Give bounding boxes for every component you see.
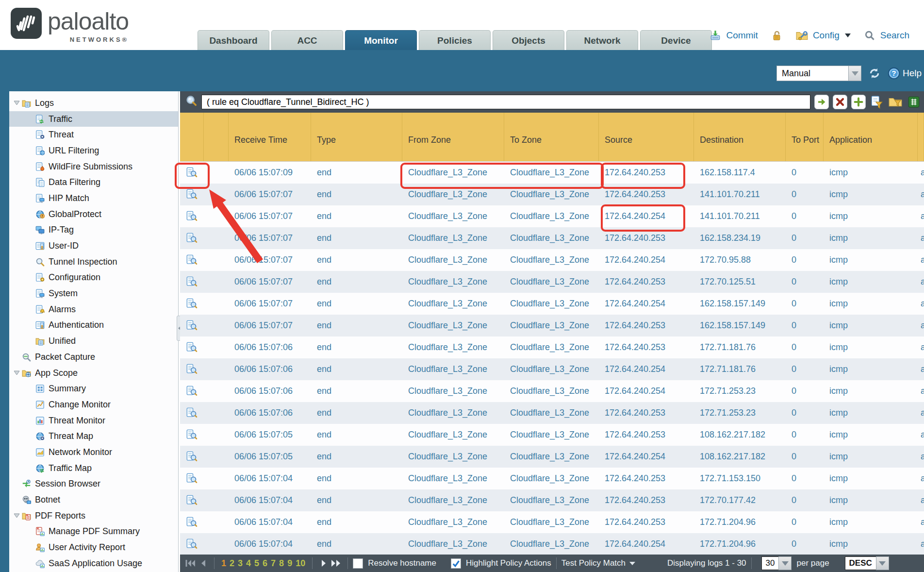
prev-page-icon[interactable] [197,557,209,570]
cell-application[interactable]: icmp [824,342,918,353]
per-page-arrow[interactable] [778,556,792,570]
cell-source[interactable]: 172.64.240.253 [599,495,694,505]
log-detail-icon[interactable] [186,538,198,551]
log-detail-icon[interactable] [186,429,198,441]
test-policy-match-button[interactable]: Test Policy Match [561,558,626,568]
clear-filter-icon[interactable] [833,95,847,109]
sidebar-item-app-scope[interactable]: App Scope [9,365,178,381]
cell-to-zone[interactable]: Cloudflare_L3_Zone [504,255,599,265]
cell-source[interactable]: 172.64.240.254 [599,211,694,221]
sidebar-item-alarms[interactable]: Alarms [9,302,178,318]
sidebar-item-packet-capture[interactable]: Packet Capture [9,349,178,365]
cell-from-zone[interactable]: Cloudflare_L3_Zone [402,473,504,484]
cell-from-zone[interactable]: Cloudflare_L3_Zone [402,495,504,505]
cell-from-zone[interactable]: Cloudflare_L3_Zone [402,342,504,353]
cell-to-zone[interactable]: Cloudflare_L3_Zone [504,189,599,200]
cell-source[interactable]: 172.64.240.253 [599,320,694,331]
cell-to-zone[interactable]: Cloudflare_L3_Zone [504,495,599,505]
config-button[interactable]: Config [813,30,840,41]
cell-from-zone[interactable]: Cloudflare_L3_Zone [402,539,504,549]
log-filter-input[interactable] [201,95,810,109]
sidebar-item-traffic[interactable]: Traffic [9,111,178,127]
cell-source[interactable]: 172.64.240.253 [599,430,694,440]
column-header-to-zone[interactable]: To Zone [504,113,599,161]
cell-to-zone[interactable]: Cloudflare_L3_Zone [504,342,599,353]
cell-to-zone[interactable]: Cloudflare_L3_Zone [504,211,599,221]
log-detail-icon[interactable] [186,472,198,485]
sidebar-item-unified[interactable]: Unified [9,333,178,349]
column-header-type[interactable]: Type [311,113,402,161]
page-number-10[interactable]: 10 [296,558,305,569]
cell-destination[interactable]: 162.158.157.149 [694,299,786,309]
sidebar-item-globalprotect[interactable]: GlobalProtect [9,206,178,222]
cell-to-zone[interactable]: Cloudflare_L3_Zone [504,364,599,374]
cell-from-zone[interactable]: Cloudflare_L3_Zone [402,430,504,440]
cell-from-zone[interactable]: Cloudflare_L3_Zone [402,386,504,396]
cell-source[interactable]: 172.64.240.253 [599,342,694,353]
page-number-2[interactable]: 2 [230,558,234,569]
sidebar-item-change-monitor[interactable]: Change Monitor [9,397,178,413]
last-page-icon[interactable] [330,557,343,570]
cell-to-zone[interactable]: Cloudflare_L3_Zone [504,168,599,178]
sidebar-item-wildfire-submissions[interactable]: WildFire Submissions [9,159,178,175]
cell-source[interactable]: 172.64.240.253 [599,517,694,527]
cell-source[interactable]: 172.64.240.254 [599,539,694,549]
cell-from-zone[interactable]: Cloudflare_L3_Zone [402,277,504,287]
sidebar-item-ip-tag[interactable]: IP-Tag [9,222,178,238]
cell-application[interactable]: icmp [824,364,918,374]
cell-destination[interactable]: 108.162.217.182 [694,452,786,462]
cell-destination[interactable]: 172.71.181.76 [694,342,786,353]
page-number-5[interactable]: 5 [254,558,259,569]
sidebar-item-threat-map[interactable]: Threat Map [9,428,178,444]
log-detail-icon[interactable] [186,320,198,332]
sidebar-item-traffic-map[interactable]: Traffic Map [9,460,178,476]
cell-from-zone[interactable]: Cloudflare_L3_Zone [402,364,504,374]
cell-application[interactable]: icmp [824,386,918,396]
expand-arrow-icon[interactable] [11,513,22,518]
apply-filter-icon[interactable] [814,95,829,109]
sidebar-item-url-filtering[interactable]: URL Filtering [9,143,178,159]
cell-from-zone[interactable]: Cloudflare_L3_Zone [402,168,504,178]
cell-source[interactable]: 172.64.240.254 [599,299,694,309]
cell-destination[interactable]: 172.71.253.23 [694,408,786,418]
tab-network[interactable]: Network [566,30,638,50]
log-detail-icon[interactable] [186,494,198,507]
highlight-policy-actions-checkbox[interactable] [451,558,461,569]
sort-order-arrow[interactable] [876,556,889,570]
first-page-icon[interactable] [184,557,197,570]
cell-from-zone[interactable]: Cloudflare_L3_Zone [402,408,504,418]
refresh-icon[interactable] [868,67,881,80]
cell-to-zone[interactable]: Cloudflare_L3_Zone [504,277,599,287]
cell-application[interactable]: icmp [824,495,918,505]
log-detail-icon[interactable] [186,254,198,267]
expand-arrow-icon[interactable] [11,101,22,105]
cell-to-zone[interactable]: Cloudflare_L3_Zone [504,517,599,527]
cell-source[interactable]: 172.64.240.254 [599,452,694,462]
commit-button[interactable]: Commit [726,30,758,41]
log-detail-icon[interactable] [186,210,198,223]
log-detail-icon[interactable] [186,451,198,463]
column-header-application[interactable]: Application [824,113,918,161]
cell-application[interactable]: icmp [824,539,918,549]
log-detail-icon[interactable] [186,407,198,420]
cell-to-zone[interactable]: Cloudflare_L3_Zone [504,299,599,309]
sidebar-item-saas-application-usage[interactable]: SaaS Application Usage [9,555,178,572]
tab-monitor[interactable]: Monitor [345,30,417,50]
cell-destination[interactable]: 172.70.95.88 [694,255,786,265]
sidebar-item-authentication[interactable]: Authentication [9,318,178,334]
load-filter-icon[interactable] [888,95,903,109]
sidebar-item-botnet[interactable]: Botnet [9,492,178,508]
cell-to-zone[interactable]: Cloudflare_L3_Zone [504,452,599,462]
cell-from-zone[interactable]: Cloudflare_L3_Zone [402,255,504,265]
resolve-hostname-checkbox[interactable] [353,558,363,569]
cell-destination[interactable]: 162.158.234.19 [694,233,786,243]
config-caret-icon[interactable] [845,34,851,37]
test-policy-match-caret-icon[interactable] [629,562,635,565]
log-detail-icon[interactable] [186,232,198,245]
cell-application[interactable]: icmp [824,320,918,331]
cell-source[interactable]: 172.64.240.253 [599,233,694,243]
cell-destination[interactable]: 141.101.70.211 [694,211,786,221]
expand-arrow-icon[interactable] [11,370,22,375]
cell-to-zone[interactable]: Cloudflare_L3_Zone [504,320,599,331]
log-detail-icon[interactable] [186,516,198,529]
